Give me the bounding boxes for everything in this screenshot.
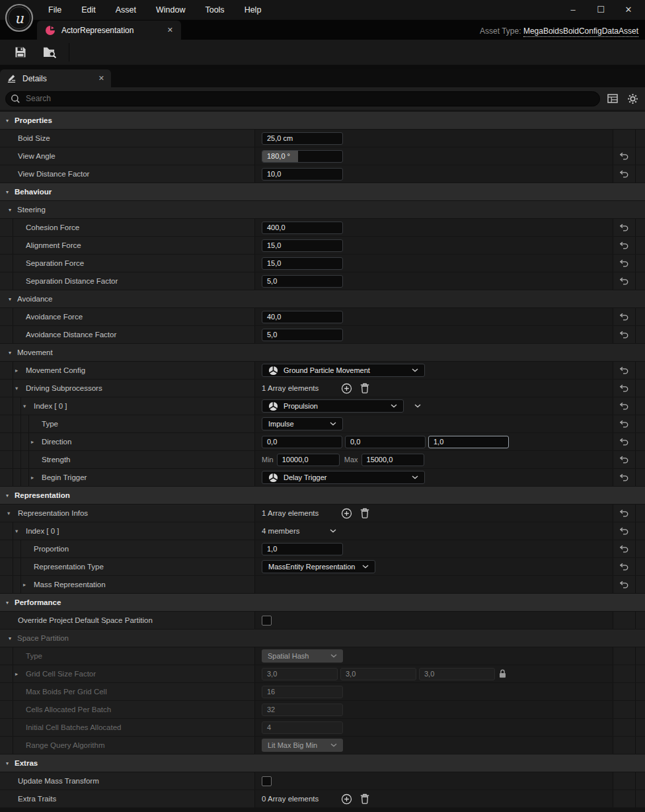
number-input[interactable]: 3,0 (262, 668, 338, 680)
minimize-button[interactable]: – (559, 0, 587, 20)
number-input[interactable]: 40,0 (262, 311, 343, 323)
asset-tab-close-icon[interactable]: ✕ (167, 26, 173, 34)
number-input[interactable]: 0,0 (262, 436, 342, 448)
dropdown[interactable]: Spatial Hash (262, 649, 343, 663)
number-input[interactable]: 15000,0 (361, 454, 424, 466)
category-header[interactable]: ▾Performance (0, 594, 645, 612)
add-element-button[interactable] (341, 793, 352, 805)
number-input[interactable]: 10,0 (262, 168, 343, 181)
reset-to-default-button[interactable] (619, 170, 629, 179)
dropdown[interactable]: Ground Particle Movement (262, 364, 425, 377)
collapse-arrow-icon[interactable]: ▾ (6, 600, 9, 606)
reset-to-default-button[interactable] (619, 277, 629, 286)
number-input[interactable]: 1,0 (428, 436, 509, 448)
settings-gear-icon[interactable] (625, 93, 640, 104)
collapse-arrow-icon[interactable]: ▾ (6, 189, 9, 195)
menu-item-window[interactable]: Window (146, 0, 195, 20)
reset-to-default-button[interactable] (619, 563, 629, 571)
dropdown[interactable]: Propulsion (262, 399, 404, 413)
number-input[interactable]: 4 (262, 721, 343, 734)
reset-to-default-button[interactable] (619, 438, 629, 446)
number-input[interactable]: 32 (262, 704, 343, 716)
collapse-arrow-icon[interactable]: ▾ (6, 118, 9, 124)
number-input[interactable]: 5,0 (262, 275, 343, 288)
number-input[interactable]: 3,0 (419, 668, 495, 680)
number-input[interactable]: 1,0 (262, 543, 343, 555)
maximize-button[interactable]: ☐ (587, 0, 615, 20)
menu-item-file[interactable]: File (38, 0, 71, 20)
expander-arrow-icon[interactable]: ▾ (21, 403, 32, 409)
menu-item-tools[interactable]: Tools (195, 0, 234, 20)
reset-to-default-button[interactable] (619, 384, 629, 393)
expander-arrow-icon[interactable]: ▾ (5, 510, 17, 516)
search-input[interactable] (24, 93, 597, 104)
number-input[interactable]: 400,0 (262, 222, 343, 234)
reset-to-default-button[interactable] (619, 366, 629, 375)
expander-arrow-icon[interactable]: ▸ (21, 581, 32, 588)
subcategory-header[interactable]: ▾Movement (0, 344, 645, 362)
browse-to-asset-button[interactable] (38, 42, 61, 62)
number-input[interactable]: 5,0 (262, 329, 343, 341)
subcategory-header[interactable]: ▾Avoidance (0, 290, 645, 308)
checkbox[interactable] (262, 616, 272, 626)
category-header[interactable]: ▾Representation (0, 487, 645, 505)
reset-to-default-button[interactable] (619, 545, 629, 553)
category-header[interactable]: ▾Properties (0, 112, 645, 130)
number-input[interactable]: 3,0 (340, 668, 416, 680)
dropdown[interactable]: Impulse (262, 417, 343, 430)
reset-to-default-button[interactable] (619, 473, 629, 482)
expand-chevron-icon[interactable] (414, 404, 421, 408)
column-view-icon[interactable] (605, 94, 620, 103)
close-button[interactable]: ✕ (615, 0, 642, 20)
menu-item-help[interactable]: Help (235, 0, 272, 20)
asset-tab[interactable]: ActorRepresentation ✕ (37, 20, 181, 40)
menu-item-asset[interactable]: Asset (106, 0, 146, 20)
number-input[interactable]: 15,0 (262, 257, 343, 270)
category-header[interactable]: ▾Behaviour (0, 183, 645, 201)
details-tab[interactable]: Details ✕ (0, 69, 111, 87)
expander-arrow-icon[interactable]: ▸ (13, 367, 24, 374)
number-input[interactable]: 25,0 cm (262, 132, 343, 145)
expander-arrow-icon[interactable]: ▾ (13, 385, 24, 391)
number-input[interactable]: 15,0 (262, 239, 343, 252)
checkbox[interactable] (262, 776, 272, 786)
menu-item-edit[interactable]: Edit (71, 0, 106, 20)
collapse-arrow-icon[interactable]: ▾ (9, 296, 11, 302)
collapse-arrow-icon[interactable]: ▾ (9, 207, 11, 213)
reset-to-default-button[interactable] (619, 241, 629, 250)
subcategory-header[interactable]: ▾Steering (0, 201, 645, 219)
subcategory-header[interactable]: ▾Space Partition (0, 629, 645, 647)
reset-to-default-button[interactable] (619, 420, 629, 428)
unreal-logo-icon[interactable]: u (5, 3, 34, 32)
collapse-arrow-icon[interactable]: ▾ (6, 760, 9, 766)
dropdown[interactable]: Delay Trigger (262, 471, 425, 484)
add-element-button[interactable] (341, 383, 352, 394)
save-button[interactable] (9, 42, 32, 62)
expander-arrow-icon[interactable]: ▾ (13, 528, 24, 534)
reset-to-default-button[interactable] (619, 509, 629, 518)
reset-to-default-button[interactable] (619, 402, 629, 411)
reset-to-default-button[interactable] (619, 313, 629, 321)
number-input[interactable]: 16 (262, 686, 343, 698)
reset-to-default-button[interactable] (619, 223, 629, 232)
delete-elements-button[interactable] (360, 508, 369, 518)
number-input[interactable]: 10000,0 (277, 454, 340, 466)
expander-arrow-icon[interactable]: ▸ (29, 474, 40, 481)
search-box[interactable] (5, 91, 600, 106)
slider-number-input[interactable]: 180,0 ° (262, 150, 343, 163)
dropdown[interactable]: MassEntity Representation (262, 560, 375, 573)
number-input[interactable]: 0,0 (345, 436, 426, 448)
collapse-arrow-icon[interactable]: ▾ (6, 493, 9, 499)
reset-to-default-button[interactable] (619, 581, 629, 589)
collapse-arrow-icon[interactable]: ▾ (9, 350, 11, 356)
reset-to-default-button[interactable] (619, 259, 629, 268)
reset-to-default-button[interactable] (619, 527, 629, 536)
details-tab-close-icon[interactable]: ✕ (98, 74, 104, 83)
delete-elements-button[interactable] (360, 383, 369, 393)
category-header[interactable]: ▾Extras (0, 754, 645, 772)
reset-to-default-button[interactable] (619, 331, 629, 339)
expander-arrow-icon[interactable]: ▸ (13, 670, 24, 677)
add-element-button[interactable] (341, 508, 352, 519)
collapse-arrow-icon[interactable]: ▾ (9, 635, 11, 641)
delete-elements-button[interactable] (360, 793, 369, 804)
